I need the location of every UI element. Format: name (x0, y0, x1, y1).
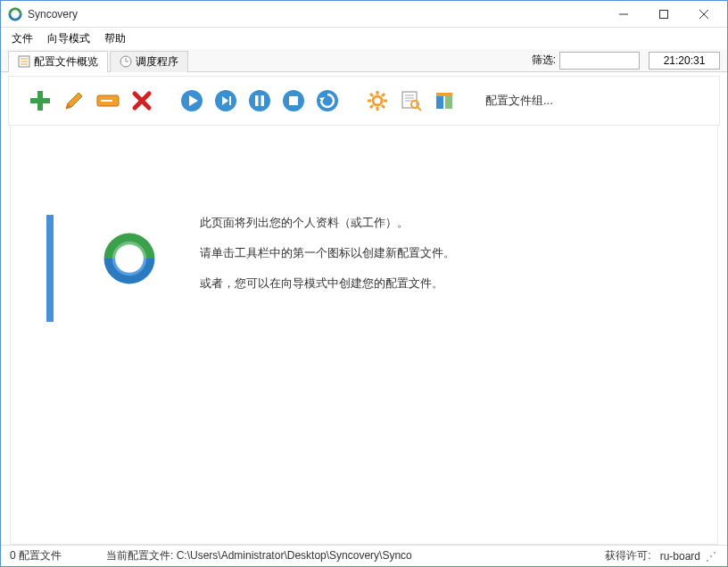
svg-point-26 (317, 90, 338, 111)
svg-line-33 (382, 105, 385, 108)
clock-icon (120, 55, 132, 68)
svg-rect-2 (659, 10, 667, 18)
search-log-button[interactable] (396, 86, 426, 116)
svg-point-27 (373, 96, 382, 105)
statusbar: 0 配置文件 当前配置文件: C:\Users\Administrator\De… (1, 545, 727, 566)
app-window: Syncovery 文件 向导模式 帮助 配置文件概览 调度程序 (0, 0, 728, 567)
profile-group-button[interactable]: 配置文件组... (480, 89, 558, 112)
tab-label: 调度程序 (136, 54, 178, 70)
run-attended-button[interactable] (211, 86, 241, 116)
svg-rect-22 (255, 95, 259, 106)
stop-button[interactable] (278, 86, 309, 116)
tab-scheduler[interactable]: 调度程序 (110, 51, 188, 72)
accent-bar (46, 215, 54, 322)
empty-message: 此页面将列出您的个人资料（或工作）。 请单击工具栏中的第一个图标以创建新配置文件… (200, 215, 455, 307)
filter-label: 筛选: (532, 53, 556, 68)
menu-help[interactable]: 帮助 (97, 29, 133, 49)
message-line-3: 或者，您可以在向导模式中创建您的配置文件。 (200, 275, 455, 292)
new-profile-button[interactable] (25, 86, 55, 116)
license-user: ru-board (660, 550, 700, 563)
svg-point-21 (249, 90, 270, 111)
license-label: 获得许可: (605, 548, 650, 563)
app-icon (8, 7, 22, 21)
filter-input[interactable] (559, 52, 640, 70)
minimize-button[interactable] (603, 1, 643, 27)
svg-rect-44 (436, 93, 452, 96)
maximize-button[interactable] (643, 1, 683, 27)
svg-line-32 (370, 94, 373, 96)
menu-wizard[interactable]: 向导模式 (40, 29, 97, 49)
restore-button[interactable] (312, 86, 343, 116)
message-line-1: 此页面将列出您的个人资料（或工作）。 (200, 215, 455, 231)
svg-line-34 (370, 105, 373, 108)
tab-profile-overview[interactable]: 配置文件概览 (8, 51, 108, 72)
delete-button[interactable] (127, 86, 157, 116)
content-area: 此页面将列出您的个人资料（或工作）。 请单击工具栏中的第一个图标以创建新配置文件… (1, 126, 727, 545)
rename-button[interactable] (93, 86, 123, 116)
list-icon (18, 55, 30, 68)
svg-rect-13 (30, 98, 50, 103)
tabbar: 配置文件概览 调度程序 筛选: 21:20:31 (1, 49, 727, 72)
svg-line-35 (382, 94, 385, 96)
current-profile-path: 当前配置文件: C:\Users\Administrator\Desktop\S… (106, 548, 605, 563)
clock-display: 21:20:31 (649, 52, 720, 70)
app-logo-large (98, 227, 161, 290)
empty-state: 此页面将列出您的个人资料（或工作）。 请单击工具栏中的第一个图标以创建新配置文件… (10, 126, 718, 545)
menu-file[interactable]: 文件 (4, 29, 40, 49)
svg-rect-25 (289, 96, 298, 105)
run-button[interactable] (177, 86, 207, 116)
pause-button[interactable] (244, 86, 275, 116)
resize-grip-icon[interactable]: ⋰ (706, 550, 718, 563)
svg-line-41 (418, 107, 421, 111)
message-line-2: 请单击工具栏中的第一个图标以创建新配置文件。 (200, 245, 455, 261)
profile-count: 0 配置文件 (10, 548, 62, 563)
toolbar: 配置文件组... (8, 76, 720, 126)
columns-button[interactable] (430, 86, 460, 116)
window-title: Syncovery (28, 8, 603, 21)
svg-rect-20 (229, 96, 231, 105)
edit-button[interactable] (59, 86, 89, 116)
titlebar: Syncovery (1, 1, 727, 28)
settings-button[interactable] (362, 86, 393, 116)
close-button[interactable] (683, 1, 724, 27)
menubar: 文件 向导模式 帮助 (1, 28, 727, 49)
tab-label: 配置文件概览 (34, 54, 98, 70)
svg-rect-23 (261, 95, 265, 106)
svg-rect-36 (402, 92, 417, 108)
